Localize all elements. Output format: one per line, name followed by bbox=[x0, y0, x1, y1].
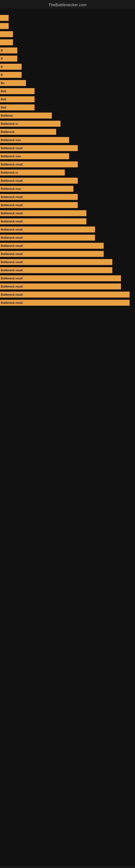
bar-fill: Bottleneck result bbox=[0, 283, 121, 289]
bar-row: Bottleneck result bbox=[0, 290, 135, 299]
bar-fill: B bbox=[0, 72, 21, 78]
bar-row: Bottleneck result bbox=[0, 266, 135, 274]
bar-fill: Bottleneck result bbox=[0, 202, 78, 208]
bar-fill: Bottleneck result bbox=[0, 218, 86, 224]
bar-row bbox=[0, 30, 135, 38]
bar-fill: R bbox=[0, 56, 17, 62]
bar-row bbox=[0, 22, 135, 30]
bar-label-text: Bottleneck result bbox=[0, 277, 23, 280]
bar-fill: Bottleneck result bbox=[0, 235, 95, 241]
bar-row: Bottleneck result bbox=[0, 250, 135, 258]
bar-row: Bottleneck result bbox=[0, 225, 135, 234]
bar-row: Bottleneck result bbox=[0, 234, 135, 242]
bar-label-text: Bott bbox=[0, 106, 6, 109]
bar-row: R bbox=[0, 55, 135, 63]
bar-row: Bottleneck result bbox=[0, 299, 135, 307]
bar-row: Bottleneck rese bbox=[0, 136, 135, 144]
bar-fill: Bottleneck result bbox=[0, 275, 121, 281]
bar-fill: Bottleneck result bbox=[0, 178, 78, 184]
bar-row: Bott bbox=[0, 87, 135, 95]
chart-container: BRBBBoBottBottBottBottlenecBottleneck re… bbox=[0, 8, 135, 866]
bar-row: Bottleneck result bbox=[0, 193, 135, 201]
bar-label-text: Bottleneck result bbox=[0, 195, 23, 198]
bar-label-text: R bbox=[0, 57, 3, 60]
bar-row: Bottleneck result bbox=[0, 144, 135, 152]
bar-row: B bbox=[0, 46, 135, 55]
bar-label-text: B bbox=[0, 49, 3, 52]
bar-label-text: Bottleneck result bbox=[0, 179, 23, 182]
bar-row: Bottleneck result bbox=[0, 242, 135, 250]
bar-fill bbox=[0, 23, 9, 29]
bar-fill: Bo bbox=[0, 80, 26, 86]
bar-fill: Bottleneck re bbox=[0, 121, 60, 127]
bar-fill: B bbox=[0, 48, 17, 54]
bar-label-text: Bott bbox=[0, 90, 6, 93]
bar-fill: Bottleneck result bbox=[0, 194, 78, 200]
bar-row: Bottleneck result bbox=[0, 258, 135, 266]
bar-fill bbox=[0, 15, 9, 21]
bar-fill: Bottleneck bbox=[0, 129, 56, 135]
bar-row: Bottleneck re bbox=[0, 168, 135, 177]
bar-fill: Bottleneck result bbox=[0, 300, 130, 306]
bar-row: Bottleneck result bbox=[0, 201, 135, 209]
bar-label-text: Bottleneck re bbox=[0, 171, 18, 174]
bar-fill: Bottleneck result bbox=[0, 291, 130, 298]
bar-row: Bottleneck bbox=[0, 128, 135, 136]
bar-row bbox=[0, 14, 135, 22]
bar-row: Bott bbox=[0, 95, 135, 103]
bar-row: Bottlenec bbox=[0, 112, 135, 120]
bar-label-text: Bottleneck result bbox=[0, 147, 23, 150]
bar-fill: Bottleneck result bbox=[0, 259, 112, 265]
bar-row: B bbox=[0, 63, 135, 71]
bar-row: Bo bbox=[0, 79, 135, 87]
bar-label-text: Bottleneck re bbox=[0, 122, 18, 125]
bar-row: Bottleneck result bbox=[0, 282, 135, 290]
bar-row bbox=[0, 38, 135, 46]
bar-row: Bottleneck result bbox=[0, 209, 135, 217]
bar-label-text: Bott bbox=[0, 98, 6, 101]
bar-fill: Bottleneck result bbox=[0, 210, 86, 216]
bar-fill bbox=[0, 31, 13, 37]
bar-fill: Bottleneck result bbox=[0, 251, 104, 257]
bar-fill: Bott bbox=[0, 96, 35, 102]
bar-row: Bottleneck result bbox=[0, 217, 135, 225]
bar-label-text: Bottleneck bbox=[0, 130, 14, 133]
bar-label-text: Bottleneck result bbox=[0, 163, 23, 166]
bar-row: B bbox=[0, 71, 135, 79]
bar-label-text: Bottleneck result bbox=[0, 220, 23, 223]
bar-label-text: Bottleneck result bbox=[0, 244, 23, 247]
bar-label-text: Bottleneck result bbox=[0, 236, 23, 239]
bar-label-text: Bottleneck result bbox=[0, 293, 23, 296]
bar-label-text: Bo bbox=[0, 82, 4, 85]
bar-fill: Bottleneck re bbox=[0, 169, 65, 176]
bar-label-text: B bbox=[0, 73, 3, 76]
bar-fill: Bottleneck resu bbox=[0, 186, 74, 192]
bar-row: Bottleneck result bbox=[0, 177, 135, 185]
bar-fill bbox=[0, 39, 13, 45]
bar-fill: Bottlenec bbox=[0, 113, 52, 119]
bar-label-text: Bottleneck result bbox=[0, 261, 23, 264]
bar-fill: Bott bbox=[0, 88, 35, 94]
bar-row: Bottleneck result bbox=[0, 274, 135, 282]
bar-fill: Bottleneck result bbox=[0, 161, 78, 167]
bar-label-text: Bottleneck result bbox=[0, 228, 23, 231]
bar-label-text: Bottleneck resu bbox=[0, 187, 21, 190]
bar-fill: Bottleneck result bbox=[0, 267, 112, 273]
bar-label-text: Bottleneck rese bbox=[0, 155, 21, 158]
bar-fill: Bottleneck rese bbox=[0, 137, 69, 143]
bar-label-text: Bottleneck result bbox=[0, 301, 23, 304]
bar-fill: Bott bbox=[0, 104, 35, 111]
bar-label-text: Bottleneck result bbox=[0, 252, 23, 255]
bar-row: Bottleneck re bbox=[0, 120, 135, 128]
bar-label-text: Bottlenec bbox=[0, 114, 13, 117]
bar-row: Bott bbox=[0, 103, 135, 112]
bar-label-text: Bottleneck result bbox=[0, 204, 23, 207]
bar-row: Bottleneck result bbox=[0, 160, 135, 168]
bar-row: Bottleneck rese bbox=[0, 152, 135, 160]
site-title: TheBottlenecker.com bbox=[0, 0, 135, 8]
bar-label-text: B bbox=[0, 65, 3, 68]
bar-label-text: Bottleneck result bbox=[0, 285, 23, 288]
bar-fill: Bottleneck rese bbox=[0, 153, 69, 159]
bar-fill: Bottleneck result bbox=[0, 243, 104, 249]
bar-label-text: Bottleneck result bbox=[0, 269, 23, 272]
